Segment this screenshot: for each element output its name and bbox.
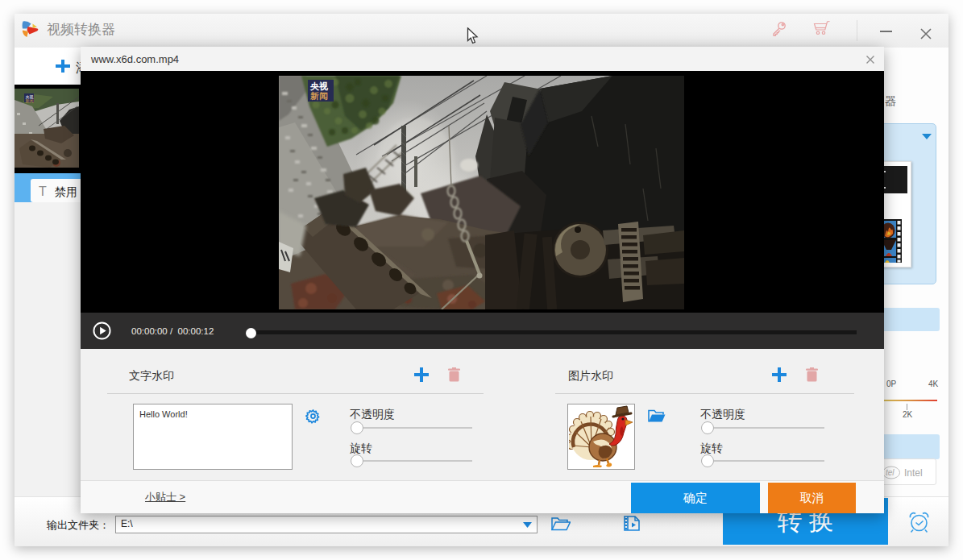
svg-text:新闻: 新闻 xyxy=(26,98,34,104)
svg-text:央视: 央视 xyxy=(309,81,328,91)
svg-text:新闻: 新闻 xyxy=(309,91,328,101)
